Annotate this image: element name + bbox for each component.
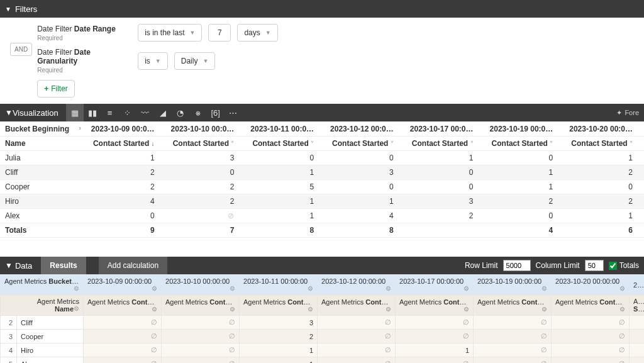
data-cell[interactable]: ∅ — [84, 357, 162, 364]
gear-icon[interactable]: ⚙ — [230, 285, 235, 292]
totals-checkbox[interactable]: Totals — [609, 261, 639, 270]
cell-value[interactable]: 2 — [485, 194, 565, 209]
date-group-header[interactable]: 2023-10-10 00:00:00⚙ — [162, 275, 240, 295]
cell-value[interactable]: 2 — [405, 209, 485, 223]
area-chart-icon[interactable]: ◢ — [154, 104, 172, 121]
cell-value[interactable]: 5 — [245, 180, 325, 194]
metric-header[interactable]: Contact Started ˅ — [405, 137, 485, 151]
gear-icon[interactable]: ⚙ — [541, 306, 547, 313]
filter-select[interactable]: days▼ — [237, 24, 277, 42]
filter-select[interactable]: Daily▼ — [174, 52, 216, 70]
data-cell[interactable]: ∅ — [552, 330, 630, 343]
gear-icon[interactable]: ⚙ — [74, 285, 79, 292]
cell-value[interactable]: 0 — [564, 180, 644, 194]
data-cell[interactable]: ∅ — [474, 357, 552, 364]
gear-icon[interactable]: ⚙ — [152, 306, 157, 313]
cell-value[interactable]: ⊘ — [166, 209, 246, 223]
cell-value[interactable]: 0 — [166, 165, 246, 180]
metric-subheader[interactable]: Agent Metrics Contact Started⚙ — [396, 295, 474, 316]
date-column-header[interactable]: 2023-10-10 00:0… — [166, 122, 246, 137]
data-cell[interactable]: ∅ — [396, 316, 474, 330]
cell-value[interactable]: 2 — [166, 180, 246, 194]
metric-subheader[interactable]: Agent Metrics Contact Started⚙ — [162, 295, 240, 316]
gear-icon[interactable]: ⚙ — [386, 285, 391, 292]
gear-icon[interactable]: ⚙ — [386, 306, 391, 313]
data-cell[interactable]: ∅ — [84, 343, 162, 357]
metric-subheader[interactable]: Agent Metrics Contact Started⚙ — [84, 295, 162, 316]
metric-subheader-partial[interactable]: AgentStar — [630, 295, 644, 316]
caret-down-icon[interactable]: ▼ — [5, 261, 13, 270]
more-icon[interactable]: ⋯ — [225, 104, 242, 121]
metric-subheader[interactable]: Agent Metrics Contact Started⚙ — [318, 295, 396, 316]
gear-icon[interactable]: ⚙ — [619, 306, 625, 313]
date-group-header[interactable]: 2023-10-11 00:00:00⚙ — [240, 275, 318, 295]
cell-value[interactable]: 1 — [245, 165, 325, 180]
cell-value[interactable]: 0 — [405, 180, 485, 194]
gear-icon[interactable]: ⚙ — [541, 285, 547, 292]
data-cell[interactable]: ∅ — [474, 330, 552, 343]
cell-value[interactable]: 3 — [166, 151, 246, 165]
data-cell[interactable]: 3 — [240, 316, 318, 330]
date-column-header[interactable]: 2023-10-12 00:0… — [325, 122, 405, 137]
data-cell[interactable]: ∅ — [396, 357, 474, 364]
cell-value[interactable]: 0 — [325, 180, 405, 194]
cell-value[interactable]: 0 — [86, 209, 166, 223]
gear-icon[interactable]: ⚙ — [230, 306, 235, 313]
data-cell[interactable]: ∅ — [318, 330, 396, 343]
name-header[interactable]: Name — [0, 137, 86, 151]
row-limit-input[interactable] — [503, 260, 531, 271]
cell-value[interactable]: 1 — [485, 180, 565, 194]
cell-value[interactable]: 1 — [405, 151, 485, 165]
line-chart-icon[interactable]: 〰 — [136, 104, 154, 121]
table-icon[interactable]: ▦ — [66, 104, 84, 121]
data-cell[interactable]: ∅ — [84, 316, 162, 330]
cell-value[interactable]: 1 — [245, 209, 325, 223]
metric-subheader[interactable]: Agent Metrics Contact Started⚙ — [240, 295, 318, 316]
data-cell[interactable]: ∅ — [162, 343, 240, 357]
date-group-header[interactable]: 2023-10-09 00:00:00⚙ — [84, 275, 162, 295]
cell-value[interactable]: 4 — [325, 209, 405, 223]
data-cell[interactable]: ∅ — [396, 330, 474, 343]
date-column-header[interactable]: 2023-10-09 00:0… — [86, 122, 166, 137]
date-group-header[interactable]: 2023-10-12 00:00:00⚙ — [318, 275, 396, 295]
bar-chart-icon[interactable]: ▮▮ — [84, 104, 101, 121]
data-cell[interactable]: ∅ — [84, 330, 162, 343]
metric-header[interactable]: Contact Started ↓ — [86, 137, 166, 151]
metric-subheader[interactable]: Agent Metrics Contact Started⚙ — [474, 295, 552, 316]
cell-value[interactable]: 1 — [245, 194, 325, 209]
cell-value[interactable]: 3 — [325, 165, 405, 180]
date-column-header[interactable]: 2023-10-19 00:0… — [485, 122, 565, 137]
filter-number-input[interactable]: 7 — [208, 24, 231, 42]
add-calculation-button[interactable]: Add calculation — [99, 257, 167, 274]
name-subheader[interactable]: Agent MetricsName⚙ — [1, 295, 84, 316]
results-tab[interactable]: Results — [41, 257, 86, 274]
cell-value[interactable]: 2 — [166, 194, 246, 209]
filters-header[interactable]: ▼ Filters — [0, 0, 644, 18]
date-column-header[interactable]: 2023-10-20 00:0… — [564, 122, 644, 137]
visualization-header[interactable]: ▼ Visualization ▦ ▮▮ ≡ ⁘ 〰 ◢ ◔ ⎈ [6] ⋯ ✦… — [0, 104, 644, 121]
data-cell[interactable]: 1 — [240, 343, 318, 357]
gauge-icon[interactable]: ◔ — [172, 104, 189, 121]
metric-subheader[interactable]: Agent Metrics Contact Started⚙ — [552, 295, 630, 316]
cell-value[interactable]: 0 — [245, 151, 325, 165]
map-icon[interactable]: ⎈ — [189, 104, 207, 121]
cell-value[interactable]: 0 — [485, 209, 565, 223]
gear-icon[interactable]: ⚙ — [152, 285, 157, 292]
data-cell[interactable]: ∅ — [162, 316, 240, 330]
data-cell[interactable]: ∅ — [552, 343, 630, 357]
bucket-header[interactable]: Bucket Beginning› — [0, 122, 86, 137]
viz-right-controls[interactable]: ✦ Fore — [616, 109, 639, 117]
metric-header[interactable]: Contact Started ˅ — [166, 137, 246, 151]
cell-value[interactable]: 1 — [564, 151, 644, 165]
cell-value[interactable]: 2 — [564, 194, 644, 209]
column-limit-input[interactable] — [585, 260, 604, 271]
metric-header[interactable]: Contact Started ˅ — [325, 137, 405, 151]
cell-value[interactable]: 2 — [564, 165, 644, 180]
add-filter-button[interactable]: +Filter — [37, 80, 75, 98]
single-value-icon[interactable]: [6] — [207, 104, 225, 121]
data-cell[interactable]: ∅ — [474, 343, 552, 357]
gear-icon[interactable]: ⚙ — [74, 305, 79, 312]
data-cell[interactable]: 1 — [396, 343, 474, 357]
group-header-corner[interactable]: Agent Metrics Bucket Beginning ›⚙ — [1, 275, 84, 295]
data-cell[interactable]: ∅ — [474, 316, 552, 330]
